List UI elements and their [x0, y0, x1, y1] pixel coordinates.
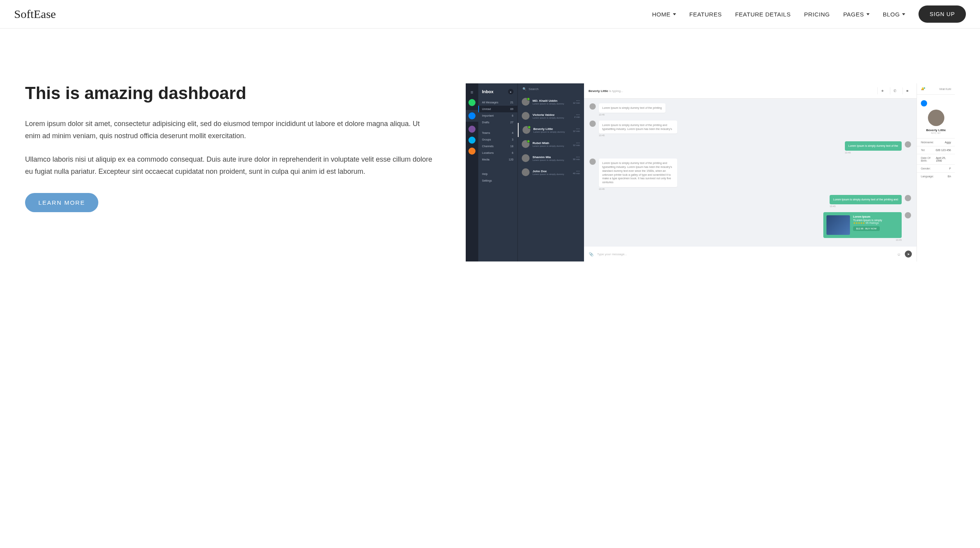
inbox-row[interactable]: Beverly Little Lorem ipsum is simply dum…	[518, 123, 584, 137]
signup-button[interactable]: SIGN UP	[919, 5, 966, 23]
nav-home[interactable]: HOME	[652, 11, 676, 18]
timestamp: 13:45	[599, 114, 665, 116]
whatsapp-icon[interactable]	[468, 99, 476, 106]
field-value: F	[949, 167, 951, 170]
send-button[interactable]: ➤	[905, 251, 912, 258]
group-groups[interactable]: Groups3	[478, 136, 517, 143]
menu-icon[interactable]: ≡	[470, 90, 473, 95]
timestamp: 13:45	[599, 134, 677, 137]
timestamp: 13:45	[845, 151, 902, 154]
time-label: 12 min	[573, 144, 580, 146]
group-channels[interactable]: Channels18	[478, 143, 517, 150]
learn-more-button[interactable]: LEARN MORE	[25, 193, 98, 212]
avatar	[905, 212, 911, 218]
folders-sidebar: Inbox ● All Messages21 Unread89 Importan…	[478, 83, 517, 261]
bell-icon[interactable]: 🔔	[921, 87, 924, 90]
folder-drafts[interactable]: Drafts27	[478, 119, 517, 126]
timestamp: 13:45	[830, 205, 902, 207]
profile-avatar	[928, 110, 944, 126]
message-row: Lorem Ipsum is simply dummy text of the1…	[589, 141, 911, 154]
hero-copy: This is amazing dashboard Lorem ipsum do…	[25, 83, 434, 212]
profile-field: Nickname:Aggy	[917, 138, 955, 146]
contact-name: MD. Khalil Uddin	[533, 99, 564, 103]
contact-preview: Lorem ipsum is simply dummy	[533, 117, 564, 119]
star-rating-icon: ★★★★★	[853, 222, 865, 224]
viber-icon[interactable]	[468, 126, 476, 133]
inbox-list: 🔍 Search MD. Khalil Uddin Lorem ipsum is…	[517, 83, 584, 261]
phone-icon[interactable]: ✆	[890, 87, 899, 94]
hero-title: This is amazing dashboard	[25, 83, 434, 103]
skype-icon[interactable]	[468, 137, 476, 144]
caret-icon	[866, 13, 870, 15]
contact-preview: Lorem ipsum is simply dummy	[533, 131, 565, 133]
contact-preview: Lorem ipsum is simply dummy	[533, 145, 564, 147]
inbox-row[interactable]: Shamim Mia Lorem ipsum is simply dummy •…	[518, 151, 584, 165]
search-input[interactable]: 🔍 Search	[518, 83, 584, 95]
nav-features[interactable]: FEATURES	[689, 11, 722, 18]
nav-pages[interactable]: PAGES	[843, 11, 870, 18]
avatar	[522, 140, 530, 148]
rating-count: 95 Ratings	[866, 222, 879, 224]
avatar	[523, 126, 530, 134]
emoji-icon[interactable]: ☺	[897, 252, 901, 256]
field-value: En	[947, 175, 951, 178]
folder-all[interactable]: All Messages21	[478, 99, 517, 106]
folder-important[interactable]: Important6	[478, 112, 517, 119]
nav-pricing[interactable]: PRICING	[804, 11, 830, 18]
avatar	[522, 98, 530, 106]
sidebar-help[interactable]: Help	[478, 171, 517, 177]
attachment-icon[interactable]: 📎	[589, 252, 593, 256]
video-icon[interactable]: ■	[902, 87, 912, 94]
app-rail: ≡	[466, 83, 478, 261]
message-bubble: Lorem Ipsum is simply dummy text of the …	[599, 121, 677, 134]
avatar	[522, 168, 530, 176]
inbox-row[interactable]: John Doe Lorem ipsum is simply dummy •••…	[518, 165, 584, 179]
group-teams[interactable]: Teams4	[478, 130, 517, 136]
sidebar-settings[interactable]: Settings	[478, 177, 517, 184]
buy-button[interactable]: $12.95 · BUY NOW	[853, 226, 880, 231]
brand-logo[interactable]: SoftEase	[14, 7, 56, 21]
time-label: 49 min	[573, 172, 580, 175]
app-n-icon[interactable]	[468, 148, 476, 155]
inbox-row[interactable]: Victoria Valdez Lorem ipsum is simply du…	[518, 109, 584, 123]
product-card: Lorem Ipsum TLorem Ipsum is simply ★★★★★…	[823, 212, 902, 238]
message-row: Lorem Ipsum is simply dummy text of the …	[589, 121, 911, 137]
contact-name: John Doe	[533, 169, 564, 173]
message-bubble: Lorem Ipsum is simply dummy text of the …	[599, 159, 677, 187]
messenger-icon[interactable]	[468, 112, 476, 119]
nav-feature-details[interactable]: FEATURE DETAILS	[735, 11, 791, 18]
group-media[interactable]: Media120	[478, 156, 517, 163]
inbox-row[interactable]: Rubel Miah Lorem ipsum is simply dummy •…	[518, 137, 584, 151]
hero-paragraph-2: Ullamco laboris nisi ut aliquip ex ea co…	[25, 153, 434, 177]
avatar	[589, 121, 596, 127]
top-nav: SoftEase HOME FEATURES FEATURE DETAILS P…	[0, 0, 980, 29]
nav-blog[interactable]: BLOG	[883, 11, 906, 18]
avatar	[905, 141, 911, 148]
card-sub: TLorem Ipsum is simply	[853, 219, 882, 222]
field-value: 020 123 456	[936, 149, 951, 151]
message-input[interactable]: Type your message...	[597, 252, 893, 256]
message-row: Lorem Ipsum is simply dummy text of the …	[589, 159, 911, 190]
avatar-mini-icon[interactable]: ●	[508, 89, 514, 94]
star-icon[interactable]: ★	[877, 87, 887, 94]
messenger-badge-icon	[921, 100, 927, 106]
inbox-row[interactable]: MD. Khalil Uddin Lorem ipsum is simply d…	[518, 95, 584, 109]
avatar	[589, 103, 596, 110]
contact-name: Victoria Valdez	[533, 113, 564, 117]
profile-name: Beverly Little	[926, 128, 946, 132]
avatar	[905, 195, 911, 201]
hero-section: This is amazing dashboard Lorem ipsum do…	[0, 29, 980, 308]
contact-name: Beverly Little	[533, 127, 565, 131]
message-row: Lorem Ipsum TLorem Ipsum is simply ★★★★★…	[589, 212, 911, 241]
avatar	[522, 154, 530, 162]
contact-name: Rubel Miah	[533, 141, 564, 145]
caret-icon	[673, 13, 676, 15]
profile-field: Tel:020 123 456	[917, 146, 955, 154]
profile-field: Language:En	[917, 172, 955, 180]
profile-top-name: Virat Kohl	[939, 88, 951, 90]
folder-unread[interactable]: Unread89	[478, 106, 517, 112]
contact-name: Shamim Mia	[533, 155, 564, 159]
avatar	[522, 112, 530, 120]
group-locations[interactable]: Locations6	[478, 150, 517, 156]
time-label: 12 min	[573, 130, 580, 132]
